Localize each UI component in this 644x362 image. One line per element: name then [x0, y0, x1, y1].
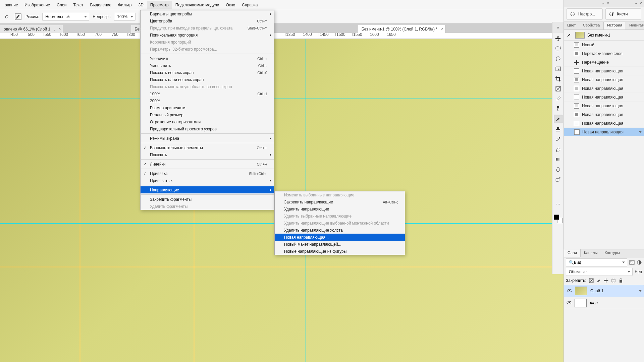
menu-item[interactable]: ование [1, 1, 21, 9]
menu-row[interactable]: ✓ПривязкаShift+Ctrl+; [141, 170, 274, 177]
tab-overflow[interactable]: » [552, 22, 564, 33]
menu-row[interactable]: Показать слои во весь экран [141, 76, 274, 83]
panel-tab-color[interactable]: Цвет [564, 22, 580, 29]
collapse-icon[interactable]: » [602, 1, 604, 6]
color-swatches-icon[interactable] [554, 215, 562, 223]
menu-row[interactable]: Показать во весь экранCtrl+0 [141, 69, 274, 76]
filter-adjust-icon[interactable] [637, 260, 642, 265]
menu-row[interactable]: Показать [141, 151, 274, 158]
close-icon[interactable]: × [640, 1, 642, 6]
history-item[interactable]: Новый [564, 41, 644, 49]
document-tab[interactable]: Без имени-1 @ 100% (Слой 1, RGB/8#) *× [358, 25, 446, 33]
panel-tab-paths[interactable]: Контуры [601, 249, 624, 257]
menu-item[interactable]: Окно [222, 1, 238, 9]
menu-item[interactable]: Выделение [87, 1, 115, 9]
blend-mode-select[interactable]: Нормальный [42, 13, 89, 21]
opacity-select[interactable]: 100% [114, 13, 136, 21]
menu-row[interactable]: Направляющие [141, 186, 274, 193]
panel-tab-history[interactable]: История [603, 22, 626, 29]
history-item[interactable]: Новая направляющая [564, 110, 644, 119]
visibility-icon[interactable] [567, 289, 572, 293]
document-tab[interactable]: овлено @ 66,1% (Слой 1,...× [0, 25, 63, 33]
menu-item[interactable]: Изображение [21, 1, 54, 9]
menu-item[interactable]: Текст [70, 1, 87, 9]
lock-pixels-icon[interactable] [589, 278, 594, 283]
menu-item[interactable]: Справка [238, 1, 261, 9]
frame-tool-icon[interactable] [554, 84, 562, 93]
layer-row[interactable]: Фон [564, 297, 644, 309]
submenu-row[interactable]: Удалить направляющие [275, 205, 405, 213]
lock-brush-icon[interactable] [596, 278, 601, 283]
blur-tool-icon[interactable] [554, 165, 562, 174]
crop-tool-icon[interactable] [554, 74, 562, 83]
close-icon[interactable]: × [607, 1, 609, 6]
lock-position-icon[interactable] [604, 278, 608, 283]
brushes-panel-button[interactable]: Кисти [605, 8, 642, 20]
blend-mode-select[interactable]: Обычные [566, 268, 633, 276]
history-item[interactable]: Новая направляющая [564, 67, 644, 75]
tool-preset-icon[interactable] [3, 13, 11, 21]
menu-row[interactable]: УвеличитьCtrl++ [141, 55, 274, 62]
marquee-tool-icon[interactable] [554, 44, 562, 53]
menu-row[interactable]: 200% [141, 97, 274, 104]
submenu-row[interactable]: Удалить направляющие холста [275, 227, 405, 234]
settings-panel-button[interactable]: Настро... [567, 8, 603, 20]
guide-horizontal[interactable] [0, 99, 644, 99]
history-item[interactable]: Новая направляющая [564, 102, 644, 110]
menu-item[interactable]: Фильтр [115, 1, 135, 9]
menu-row[interactable]: Привязать к [141, 177, 274, 184]
close-icon[interactable]: × [441, 26, 443, 31]
menu-row[interactable]: Попиксельная пропорция [141, 32, 274, 39]
menu-item[interactable]: Слои [53, 1, 70, 9]
collapse-icon[interactable]: » [635, 1, 637, 6]
menu-row[interactable]: Предварительный просмотр узоров [141, 125, 274, 132]
guide-horizontal[interactable] [0, 267, 644, 267]
history-document-row[interactable]: Без имени-1 [564, 30, 644, 41]
history-item[interactable]: Перетаскивание слоя [564, 49, 644, 58]
history-item[interactable]: Новая направляющая [564, 84, 644, 93]
eraser-tool-icon[interactable] [554, 145, 562, 154]
menu-item[interactable]: 3D [135, 1, 147, 9]
menu-row[interactable]: Отражение по горизонтали [141, 118, 274, 125]
lock-artboard-icon[interactable] [611, 278, 616, 283]
history-item[interactable]: Новая направляющая [564, 75, 644, 84]
layer-filter-select[interactable]: 🔍 Вид [566, 258, 627, 266]
gradient-tool-icon[interactable] [554, 155, 562, 164]
menu-row[interactable]: Закрепить фрагменты [141, 196, 274, 203]
horizontal-ruler[interactable]: 4505005506006507007508008509001350140014… [0, 33, 644, 39]
dodge-tool-icon[interactable] [554, 175, 562, 184]
layer-name[interactable]: Фон [590, 301, 598, 305]
panel-tab-navigator[interactable]: Навигатор [626, 22, 644, 29]
layer-row[interactable]: Слой 1 [564, 285, 644, 297]
move-tool-icon[interactable] [554, 34, 562, 43]
menu-row[interactable]: ✓ЛинейкиCtrl+R [141, 161, 274, 168]
menu-row[interactable]: Реальный размер [141, 111, 274, 118]
object-select-icon[interactable] [554, 64, 562, 73]
layer-name[interactable]: Слой 1 [590, 289, 603, 293]
menu-row[interactable]: Размер при печати [141, 104, 274, 111]
lasso-tool-icon[interactable] [554, 54, 562, 63]
brush-tool-icon[interactable] [554, 115, 562, 123]
submenu-row[interactable]: Новая направляющая... [275, 234, 405, 241]
guide-vertical[interactable] [80, 39, 80, 362]
menu-row[interactable]: Режимы экрана [141, 135, 274, 142]
close-icon[interactable]: × [58, 26, 61, 31]
visibility-icon[interactable] [567, 301, 571, 305]
eyedropper-icon[interactable] [554, 95, 562, 103]
filter-image-icon[interactable] [629, 260, 635, 265]
panel-tab-layers[interactable]: Слои [564, 249, 581, 257]
history-item[interactable]: Новая направляющая [564, 93, 644, 102]
menu-item-view[interactable]: Просмотр [147, 1, 172, 9]
menu-row[interactable]: Варианты цветопробы [141, 10, 274, 17]
history-brush-icon[interactable] [554, 135, 562, 143]
submenu-row[interactable]: Новые направляющие из фигуры [275, 248, 405, 255]
panel-tab-properties[interactable]: Свойства [580, 22, 604, 29]
menu-row[interactable]: УменьшитьCtrl+- [141, 62, 274, 69]
menu-row[interactable]: ЦветопробаCtrl+Y [141, 17, 274, 24]
more-tools-icon[interactable]: ⋯ [554, 200, 562, 208]
panel-tab-channels[interactable]: Каналы [581, 249, 601, 257]
brush-preview-icon[interactable] [14, 13, 22, 21]
history-item[interactable]: Новая направляющая [564, 128, 644, 136]
history-item[interactable]: Новая направляющая [564, 119, 644, 128]
menu-row[interactable]: 100%Ctrl+1 [141, 90, 274, 97]
